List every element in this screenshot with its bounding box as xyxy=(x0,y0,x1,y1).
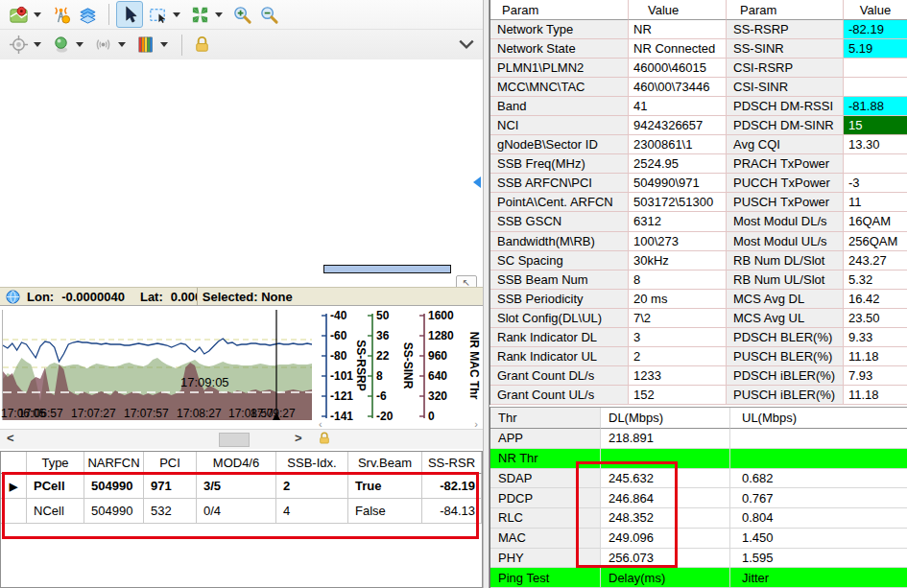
route-point-button[interactable] xyxy=(48,33,73,58)
param-name: CSI-RSRP xyxy=(727,59,844,78)
param-name: Grant Count DL/s xyxy=(490,366,629,386)
lock-button[interactable] xyxy=(189,33,214,58)
column-header[interactable]: NARFCN xyxy=(84,452,144,474)
column-header: Param xyxy=(727,0,844,20)
param-row[interactable]: Network StateNR ConnectedSS-SINR5.19 xyxy=(490,39,907,59)
zoom-in-button[interactable] xyxy=(229,2,254,27)
dropdown-caret[interactable] xyxy=(76,42,84,47)
param-row[interactable]: MCC\MNC\TAC460\00\73446CSI-SINR xyxy=(490,78,907,97)
param-value: -81.88 xyxy=(844,97,907,116)
param-row[interactable]: Grant Count UL/s152PUSCH iBLER(%)11.18 xyxy=(490,386,907,405)
dropdown-caret[interactable] xyxy=(34,42,41,47)
param-row[interactable]: Band41PDSCH DM-RSSI-81.88 xyxy=(490,97,907,116)
zoom-out-button[interactable] xyxy=(256,2,281,27)
cell-table-row[interactable]: NCell5049905320/44False-84.13 xyxy=(1,499,482,524)
param-row[interactable]: SSB Periodicity20 msMCS Avg DL16.42 xyxy=(490,290,907,309)
param-name: CSI-SINR xyxy=(727,78,844,97)
map-view[interactable]: ↖ xyxy=(0,59,483,287)
param-row[interactable]: SSB Beam Num8RB Num UL/Slot5.32 xyxy=(490,270,907,290)
cell-site-button[interactable] xyxy=(48,2,73,27)
param-row[interactable]: SSB ARFCN\PCI504990\971PUCCH TxPower-3 xyxy=(490,174,907,193)
map-toolbar xyxy=(0,0,483,60)
param-row[interactable]: PLMN1\PLMN246000\46015CSI-RSRP xyxy=(490,59,907,78)
thr-row[interactable]: NR Thr xyxy=(490,449,907,469)
param-row[interactable]: SC Spacing30kHzRB Num DL/Slot243.27 xyxy=(490,251,907,270)
thr-row[interactable]: RLC248.3520.804 xyxy=(490,508,907,529)
route-point-icon xyxy=(51,35,71,55)
fit-screen-button[interactable] xyxy=(187,2,212,27)
param-value: -3 xyxy=(844,174,907,193)
param-value: 11 xyxy=(844,193,907,212)
cell-table-row[interactable]: ▶PCell5049909713/52True-82.19 xyxy=(1,474,482,499)
param-value: 6312 xyxy=(629,212,727,231)
param-value: 243.27 xyxy=(844,251,907,270)
thr-row[interactable]: PDCP246.8640.767 xyxy=(490,488,907,508)
thr-row[interactable]: Ping TestDelay(ms)Jitter xyxy=(490,568,907,588)
svg-text:1280: 1280 xyxy=(428,329,454,342)
param-row[interactable]: gNodeB\Sector ID2300861\1Avg CQI13.30 xyxy=(490,135,907,154)
scrollbar-thumb[interactable] xyxy=(219,433,250,447)
param-name: Avg CQI xyxy=(727,135,844,154)
scroll-right-arrow[interactable]: > xyxy=(295,431,302,445)
param-value: 46000\46015 xyxy=(629,59,727,78)
param-row[interactable]: PointA\Cent. ARFCN503172\51300PUSCH TxPo… xyxy=(490,193,907,212)
column-header[interactable]: Type xyxy=(27,452,84,474)
lat-label: Lat: xyxy=(140,290,163,304)
param-row[interactable]: Slot Config(DL\UL)7\2MCS Avg UL23.50 xyxy=(490,309,907,328)
time-series-plot[interactable] xyxy=(2,310,312,420)
dropdown-caret[interactable] xyxy=(160,42,168,47)
pointer-button[interactable] xyxy=(116,1,143,28)
param-row[interactable]: Network TypeNRSS-RSRP-82.19 xyxy=(490,20,907,39)
param-value: 256QAM xyxy=(844,232,907,251)
column-header: Value xyxy=(844,0,907,20)
param-row[interactable]: NCI9424326657PDSCH DM-SINR15 xyxy=(490,116,907,135)
chevron-down-icon[interactable] xyxy=(458,38,475,50)
time-tick-label: 17:07:57 xyxy=(124,407,169,420)
param-value: 30kHz xyxy=(629,251,727,270)
lock-icon[interactable] xyxy=(317,431,332,446)
param-row[interactable]: SSB Freq(MHz)2524.95PRACH TxPower xyxy=(490,154,907,174)
svg-text:-40: -40 xyxy=(330,309,347,322)
dropdown-caret[interactable] xyxy=(215,12,223,17)
param-name: RB Num UL/Slot xyxy=(727,270,844,290)
vertical-splitter[interactable] xyxy=(483,0,489,588)
param-row[interactable]: Rank Indicator UL2PUSCH BLER(%)11.18 xyxy=(490,347,907,366)
thr-row[interactable]: PHY256.0731.595 xyxy=(490,549,907,569)
legend-button[interactable] xyxy=(132,33,157,58)
signal-button[interactable] xyxy=(90,33,115,58)
thr-row[interactable]: MAC249.0961.450 xyxy=(490,529,907,549)
param-name: SC Spacing xyxy=(490,251,629,270)
locate-button[interactable] xyxy=(6,33,31,58)
param-row[interactable]: Grant Count DL/s1233PDSCH iBLER(%)7.93 xyxy=(490,366,907,386)
column-header[interactable] xyxy=(1,452,27,474)
thr-value: 245.632 xyxy=(601,469,730,489)
thr-layer: SDAP xyxy=(490,469,601,489)
scroll-left-arrow[interactable]: < xyxy=(7,431,14,445)
column-header[interactable]: SS-RSR xyxy=(422,452,482,474)
column-header: DL(Mbps) xyxy=(601,408,730,429)
column-header[interactable]: SSB-Idx. xyxy=(276,452,348,474)
pointer-icon xyxy=(120,5,140,25)
column-header[interactable]: MOD4/6 xyxy=(197,452,276,474)
column-header[interactable]: Srv.Beam xyxy=(348,452,422,474)
layers-button[interactable] xyxy=(75,2,100,27)
map-marker-button[interactable] xyxy=(6,2,31,27)
dropdown-caret[interactable] xyxy=(34,12,41,17)
column-header[interactable]: PCI xyxy=(144,452,197,474)
time-tick-label: 17:07:27 xyxy=(71,407,116,420)
param-row[interactable]: SSB GSCN6312Most Modul DL/s16QAM xyxy=(490,212,907,231)
param-row[interactable]: Rank Indicator DL3PDSCH BLER(%)9.33 xyxy=(490,328,907,347)
thr-row[interactable]: APP218.891 xyxy=(490,429,907,449)
dropdown-caret[interactable] xyxy=(173,12,180,17)
cell: 504990 xyxy=(84,499,144,524)
cell: NCell xyxy=(27,499,84,524)
dropdown-caret[interactable] xyxy=(118,42,126,47)
panel-collapse-arrow[interactable] xyxy=(473,176,481,188)
cell: 504990 xyxy=(84,474,144,499)
column-header: Thr xyxy=(490,408,601,429)
param-value: NR Connected xyxy=(629,39,727,59)
rect-select-button[interactable] xyxy=(145,2,170,27)
param-row[interactable]: Bandwidth(M\RB)100\273Most Modul UL/s256… xyxy=(490,232,907,251)
param-value: 20 ms xyxy=(629,290,727,309)
thr-row[interactable]: SDAP245.6320.682 xyxy=(490,469,907,489)
